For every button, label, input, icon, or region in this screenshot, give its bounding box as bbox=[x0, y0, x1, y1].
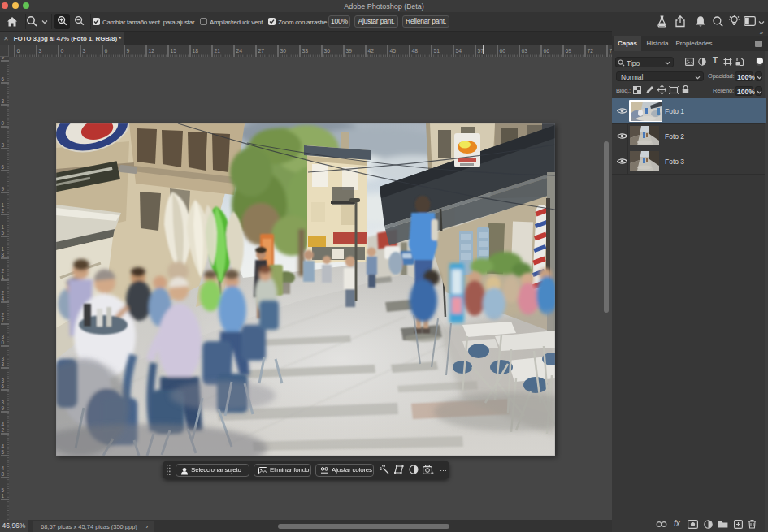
svg-text:4: 4 bbox=[2, 465, 5, 471]
svg-text:12: 12 bbox=[149, 48, 155, 54]
svg-text:5: 5 bbox=[2, 230, 5, 236]
svg-text:3: 3 bbox=[83, 48, 86, 54]
svg-text:21: 21 bbox=[215, 48, 221, 54]
svg-text:51: 51 bbox=[434, 48, 440, 54]
svg-text:3: 3 bbox=[2, 356, 5, 361]
svg-text:5: 5 bbox=[2, 449, 5, 455]
svg-text:3: 3 bbox=[2, 142, 5, 148]
svg-text:24: 24 bbox=[236, 48, 243, 54]
svg-text:3: 3 bbox=[39, 48, 42, 54]
svg-text:6: 6 bbox=[2, 383, 5, 389]
svg-text:1: 1 bbox=[2, 224, 5, 230]
svg-text:9: 9 bbox=[127, 48, 130, 54]
svg-text:3: 3 bbox=[2, 378, 5, 383]
svg-text:30: 30 bbox=[280, 48, 287, 54]
svg-text:36: 36 bbox=[324, 48, 331, 54]
svg-text:72: 72 bbox=[588, 48, 594, 54]
svg-text:8: 8 bbox=[2, 252, 5, 257]
svg-text:3: 3 bbox=[2, 98, 5, 104]
svg-text:0: 0 bbox=[2, 120, 5, 126]
svg-text:57: 57 bbox=[478, 48, 484, 54]
svg-text:18: 18 bbox=[193, 48, 199, 54]
svg-text:2: 2 bbox=[2, 312, 5, 318]
svg-text:2: 2 bbox=[2, 290, 5, 296]
svg-text:15: 15 bbox=[171, 48, 177, 54]
svg-text:7: 7 bbox=[2, 318, 5, 323]
svg-text:6: 6 bbox=[105, 48, 108, 54]
svg-text:9: 9 bbox=[2, 186, 5, 192]
svg-text:60: 60 bbox=[500, 48, 506, 54]
svg-text:1: 1 bbox=[2, 202, 5, 208]
svg-text:3: 3 bbox=[2, 334, 5, 340]
svg-text:2: 2 bbox=[2, 208, 5, 214]
svg-text:9: 9 bbox=[2, 405, 5, 411]
svg-text:66: 66 bbox=[544, 48, 550, 54]
svg-text:0: 0 bbox=[2, 340, 5, 345]
svg-text:9: 9 bbox=[2, 57, 5, 60]
svg-text:2: 2 bbox=[2, 268, 5, 274]
svg-text:0: 0 bbox=[61, 48, 64, 54]
svg-text:1: 1 bbox=[2, 493, 5, 499]
svg-text:6: 6 bbox=[17, 48, 20, 54]
svg-text:42: 42 bbox=[368, 48, 375, 54]
svg-text:39: 39 bbox=[346, 48, 353, 54]
svg-text:4: 4 bbox=[2, 296, 5, 301]
svg-text:54: 54 bbox=[456, 48, 462, 54]
svg-text:4: 4 bbox=[2, 422, 5, 427]
svg-text:1: 1 bbox=[2, 274, 5, 279]
svg-text:8: 8 bbox=[2, 471, 5, 477]
svg-text:48: 48 bbox=[412, 48, 419, 54]
svg-text:63: 63 bbox=[522, 48, 528, 54]
svg-text:3: 3 bbox=[2, 361, 5, 367]
svg-text:1: 1 bbox=[2, 246, 5, 252]
svg-text:4: 4 bbox=[2, 443, 5, 449]
svg-text:2: 2 bbox=[2, 427, 5, 433]
svg-text:33: 33 bbox=[302, 48, 309, 54]
svg-text:6: 6 bbox=[2, 164, 5, 170]
svg-text:6: 6 bbox=[2, 76, 5, 82]
svg-text:69: 69 bbox=[566, 48, 572, 54]
svg-text:5: 5 bbox=[2, 487, 5, 493]
svg-text:3: 3 bbox=[2, 400, 5, 405]
svg-text:45: 45 bbox=[390, 48, 397, 54]
svg-text:27: 27 bbox=[258, 48, 265, 54]
